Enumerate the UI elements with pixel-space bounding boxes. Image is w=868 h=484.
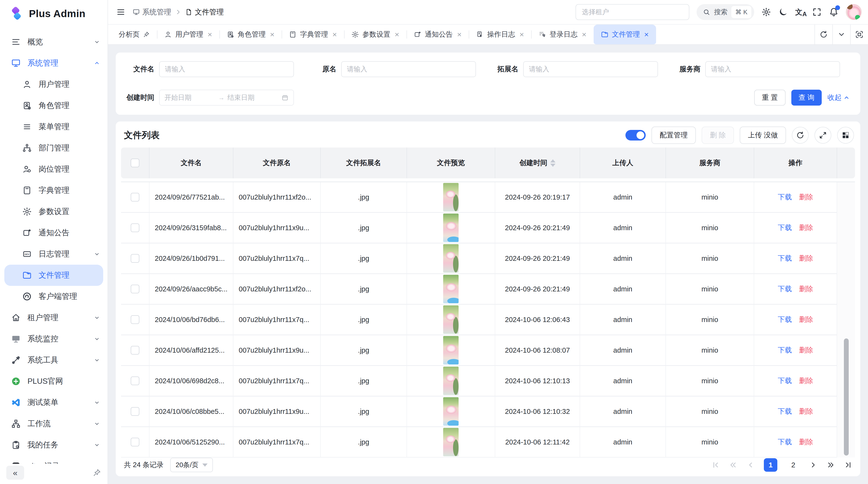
dark-mode-moon-icon[interactable] [778, 7, 788, 17]
sidebar-item-dict-mgmt[interactable]: 字典管理 [0, 180, 107, 201]
delete-button[interactable]: 删 除 [702, 127, 734, 144]
next-page-button[interactable] [809, 461, 817, 469]
search-toggle-switch[interactable] [625, 130, 646, 140]
tab-dict-mgmt[interactable]: 字典管理× [282, 25, 344, 44]
sidebar-item-system-mgmt[interactable]: 系统管理 [0, 53, 107, 74]
sidebar-item-notice[interactable]: 通知公告 [0, 222, 107, 244]
preview-thumbnail[interactable] [443, 305, 459, 334]
delete-link[interactable]: 删除 [799, 407, 813, 416]
delete-link[interactable]: 删除 [799, 223, 813, 233]
download-link[interactable]: 下载 [778, 346, 792, 355]
tenant-select-input[interactable] [576, 4, 689, 20]
tab-user-mgmt[interactable]: 用户管理× [157, 25, 219, 44]
row-checkbox[interactable] [131, 377, 140, 385]
preview-thumbnail[interactable] [443, 275, 459, 303]
provider-input[interactable] [705, 61, 840, 77]
sidebar-item-post-mgmt[interactable]: 岗位管理 [0, 159, 107, 180]
translate-icon[interactable]: 文A [795, 7, 805, 17]
tab-op-log[interactable]: 操作日志× [469, 25, 531, 44]
table-fullscreen-button[interactable] [814, 127, 831, 144]
download-link[interactable]: 下载 [778, 407, 792, 416]
sidebar-item-role-mgmt[interactable]: 角色管理 [0, 95, 107, 116]
tab-file-mgmt[interactable]: 文件管理× [594, 25, 656, 44]
reset-button[interactable]: 重 置 [754, 90, 785, 105]
table-refresh-button[interactable] [792, 127, 809, 144]
tab-close-icon[interactable]: × [457, 31, 462, 38]
user-avatar[interactable] [846, 4, 862, 20]
row-checkbox[interactable] [131, 315, 140, 324]
page-number-2[interactable]: 2 [786, 458, 800, 472]
upload-button[interactable]: 上传 没做 [740, 127, 786, 144]
delete-link[interactable]: 删除 [799, 192, 813, 202]
sidebar-pin-icon[interactable] [93, 468, 101, 477]
download-link[interactable]: 下载 [778, 376, 792, 386]
tabs-refresh-button[interactable] [814, 25, 832, 44]
download-link[interactable]: 下载 [778, 254, 792, 263]
row-checkbox[interactable] [131, 346, 140, 355]
tab-login-log[interactable]: 登录日志× [531, 25, 594, 44]
sidebar-item-gitee-log[interactable]: gitee记录 [0, 456, 107, 464]
tab-role-mgmt[interactable]: 角色管理× [219, 25, 282, 44]
sidebar-item-my-tasks[interactable]: 我的任务 [0, 434, 107, 456]
menu-toggle-icon[interactable] [116, 7, 125, 17]
last-page-button[interactable] [844, 461, 852, 469]
delete-link[interactable]: 删除 [799, 254, 813, 263]
row-checkbox[interactable] [131, 407, 140, 416]
breadcrumb-item-file[interactable]: 文件管理 [185, 7, 224, 17]
sidebar-item-plus-site[interactable]: PLUS官网 [0, 371, 107, 392]
forward-five-pages-button[interactable] [827, 461, 835, 469]
preview-thumbnail[interactable] [443, 428, 459, 456]
delete-link[interactable]: 删除 [799, 315, 813, 324]
extension-input[interactable] [523, 61, 658, 77]
page-number-1[interactable]: 1 [764, 458, 777, 472]
delete-link[interactable]: 删除 [799, 284, 813, 294]
tab-close-icon[interactable]: × [270, 31, 275, 38]
first-page-button[interactable] [712, 461, 720, 469]
download-link[interactable]: 下载 [778, 315, 792, 324]
table-scrollbar[interactable] [844, 338, 849, 456]
tab-close-icon[interactable]: × [519, 31, 524, 38]
download-link[interactable]: 下载 [778, 192, 792, 202]
select-all-checkbox[interactable] [131, 159, 140, 167]
sidebar-item-menu-mgmt[interactable]: 菜单管理 [0, 116, 107, 137]
sidebar-item-dept-mgmt[interactable]: 部门管理 [0, 137, 107, 159]
sidebar-item-user-mgmt[interactable]: 用户管理 [0, 74, 107, 95]
delete-link[interactable]: 删除 [799, 437, 813, 447]
preview-thumbnail[interactable] [443, 366, 459, 395]
sidebar-item-tenant-mgmt[interactable]: 租户管理 [0, 307, 107, 328]
delete-link[interactable]: 删除 [799, 376, 813, 386]
sidebar-item-log-mgmt[interactable]: DEV日志管理 [0, 244, 107, 265]
tab-notice[interactable]: 通知公告× [406, 25, 469, 44]
download-link[interactable]: 下载 [778, 284, 792, 294]
column-header-sortable[interactable]: 创建时间 [495, 148, 580, 179]
sidebar-item-param-settings[interactable]: 参数设置 [0, 201, 107, 222]
file-name-input[interactable] [159, 61, 294, 77]
page-size-select[interactable]: 20条/页 [170, 458, 213, 472]
row-checkbox[interactable] [131, 285, 140, 293]
sidebar-item-client-mgmt[interactable]: 客户端管理 [0, 286, 107, 307]
column-settings-button[interactable] [837, 127, 854, 144]
tab-analysis[interactable]: 分析页 [112, 25, 157, 44]
tab-close-icon[interactable]: × [395, 31, 399, 38]
preview-thumbnail[interactable] [443, 214, 459, 242]
sidebar-item-system-tools[interactable]: 系统工具 [0, 350, 107, 371]
content-fullscreen-button[interactable] [850, 25, 868, 44]
breadcrumb-item-system[interactable]: 系统管理 [133, 7, 171, 17]
sidebar-item-test-menu[interactable]: 测试菜单 [0, 392, 107, 413]
notifications-bell-icon[interactable] [829, 7, 839, 17]
download-link[interactable]: 下载 [778, 223, 792, 233]
prev-page-button[interactable] [746, 461, 755, 469]
preview-thumbnail[interactable] [443, 397, 459, 426]
origin-name-input[interactable] [341, 61, 476, 77]
search-button[interactable]: 查 询 [791, 90, 822, 105]
collapse-filter-link[interactable]: 收起 [828, 93, 850, 102]
settings-gear-icon[interactable] [762, 7, 771, 17]
date-range-input[interactable]: 开始日期 → 结束日期 [159, 90, 294, 105]
config-manage-button[interactable]: 配置管理 [651, 127, 696, 144]
sidebar-item-system-monitor[interactable]: 系统监控 [0, 328, 107, 350]
tab-close-icon[interactable]: × [332, 31, 337, 38]
fullscreen-icon[interactable] [812, 7, 822, 17]
delete-link[interactable]: 删除 [799, 346, 813, 355]
row-checkbox[interactable] [131, 223, 140, 232]
sidebar-item-overview[interactable]: 概览 [0, 31, 107, 53]
